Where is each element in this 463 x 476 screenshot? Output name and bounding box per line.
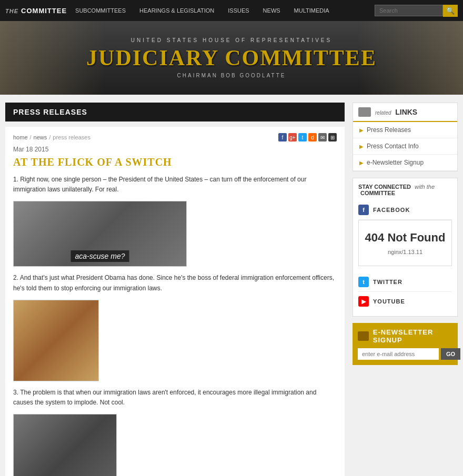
twitter-icon: t [358, 277, 369, 287]
nav-news[interactable]: NEWS [257, 7, 287, 14]
newsletter-title: e-NEWSLETTER SIGNUP [373, 328, 452, 344]
related-links-header: related LINKS [353, 103, 457, 122]
sidebar-link-press-contact[interactable]: ▶ Press Contact Info [353, 138, 457, 155]
sidebar-link-enewsletter[interactable]: ▶ e-Newsletter Signup [353, 155, 457, 171]
article-date: Mar 18 2015 [13, 146, 337, 153]
newsletter-header: e-NEWSLETTER SIGNUP [358, 328, 452, 344]
share-print-icon[interactable]: ⊞ [328, 133, 337, 141]
not-found-title: 404 Not Found [364, 231, 446, 245]
article-image-3: Not cool [13, 414, 117, 476]
nav-hearings[interactable]: HEARINGS & LEGISLATION [133, 7, 220, 14]
share-facebook-icon[interactable]: f [278, 133, 287, 141]
nav-items: SUBCOMMITTEES HEARINGS & LEGISLATION ISS… [69, 7, 375, 14]
nav-committee-label[interactable]: COMMITTEE [21, 7, 67, 15]
arrow-icon-3: ▶ [359, 160, 364, 166]
newsletter-go-button[interactable]: GO [441, 348, 460, 360]
nav-multimedia[interactable]: MULTIMEDIA [288, 7, 336, 14]
breadcrumb: home / news / press releases f g+ t d ✉ … [13, 133, 337, 141]
banner-content: UNITED STATES HOUSE of REPRESENTATIVES J… [86, 37, 377, 78]
nav-logo: the COMMITTEE [5, 7, 67, 15]
article-image-1-caption: aca-scuse me? [71, 250, 129, 262]
facebook-row[interactable]: f FACEBOOK [358, 200, 452, 220]
article-title: AT THE FLICK OF A SWITCH [13, 156, 337, 168]
youtube-row[interactable]: ▶ YOUTUBE [358, 292, 452, 311]
facebook-label: FACEBOOK [373, 207, 410, 213]
not-found-server: nginx/1.13.11 [364, 249, 446, 255]
article-image-2 [13, 300, 99, 381]
breadcrumb-sep2: / [49, 134, 51, 140]
newsletter-input-row: GO [358, 348, 452, 360]
related-label-small: related [375, 110, 391, 116]
navigation: the COMMITTEE SUBCOMMITTEES HEARINGS & L… [0, 0, 463, 21]
arrow-icon-2: ▶ [359, 144, 364, 149]
breadcrumb-news[interactable]: news [34, 134, 47, 140]
search-input[interactable] [375, 5, 443, 16]
newsletter-box: e-NEWSLETTER SIGNUP GO [353, 323, 458, 365]
link-label-enewsletter: e-Newsletter Signup [367, 159, 424, 166]
related-links-title: related LINKS [375, 108, 417, 116]
not-found-box: 404 Not Found nginx/1.13.11 [358, 220, 452, 266]
article-para-1: 1. Right now, one single person – the Pr… [13, 175, 337, 195]
main-layout: PRESS RELEASES home / news / press relea… [0, 95, 463, 476]
related-links-icon [358, 107, 371, 117]
newsletter-email-input[interactable] [358, 348, 439, 360]
arrow-icon-1: ▶ [359, 127, 364, 133]
stay-connected-title: STAY CONNECTED with the COMMITTEE [358, 184, 452, 196]
section-header: PRESS RELEASES [5, 103, 345, 121]
banner-subtitle: UNITED STATES HOUSE of REPRESENTATIVES [86, 37, 377, 43]
stay-connected-box: STAY CONNECTED with the COMMITTEE f FACE… [353, 178, 458, 317]
nav-subcommittees[interactable]: SUBCOMMITTEES [69, 7, 132, 14]
link-label-press-contact: Press Contact Info [367, 143, 419, 150]
youtube-icon: ▶ [358, 296, 369, 307]
banner: UNITED STATES HOUSE of REPRESENTATIVES J… [0, 21, 463, 95]
banner-chairman: CHAIRMAN BOB GOODLATTE [86, 73, 377, 78]
article-image-1: aca-scuse me? [13, 201, 187, 267]
breadcrumb-home[interactable]: home [13, 134, 28, 140]
twitter-label: TWITTER [373, 279, 402, 285]
banner-title: JUDICIARY COMMITTEE [86, 45, 377, 70]
sidebar-link-press-releases[interactable]: ▶ Press Releases [353, 122, 457, 138]
breadcrumb-current: press releases [53, 134, 90, 140]
related-links-box: related LINKS ▶ Press Releases ▶ Press C… [353, 103, 458, 171]
article-area: home / news / press releases f g+ t d ✉ … [5, 127, 345, 476]
twitter-row[interactable]: t TWITTER [358, 272, 452, 292]
nav-issues[interactable]: ISSUES [222, 7, 255, 14]
breadcrumb-path: home / news / press releases [13, 134, 90, 140]
share-googleplus-icon[interactable]: g+ [288, 133, 297, 141]
main-content: PRESS RELEASES home / news / press relea… [5, 103, 345, 476]
link-label-press-releases: Press Releases [367, 126, 411, 134]
youtube-label: YOUTUBE [373, 298, 405, 305]
search-button[interactable]: 🔍 [443, 5, 458, 17]
newsletter-icon [358, 331, 369, 341]
related-label-large: LINKS [395, 108, 417, 116]
share-email-icon[interactable]: ✉ [318, 133, 327, 141]
article-para-3: 3. The problem is that when our immigrat… [13, 388, 337, 408]
social-share-icons: f g+ t d ✉ ⊞ [278, 133, 337, 141]
article-para-2: 2. And that's just what President Obama … [13, 273, 337, 293]
share-digg-icon[interactable]: d [308, 133, 317, 141]
facebook-icon: f [358, 205, 369, 215]
breadcrumb-sep1: / [30, 134, 32, 140]
search-bar: 🔍 [375, 5, 458, 17]
sidebar: related LINKS ▶ Press Releases ▶ Press C… [353, 103, 458, 476]
share-twitter-icon[interactable]: t [298, 133, 307, 141]
